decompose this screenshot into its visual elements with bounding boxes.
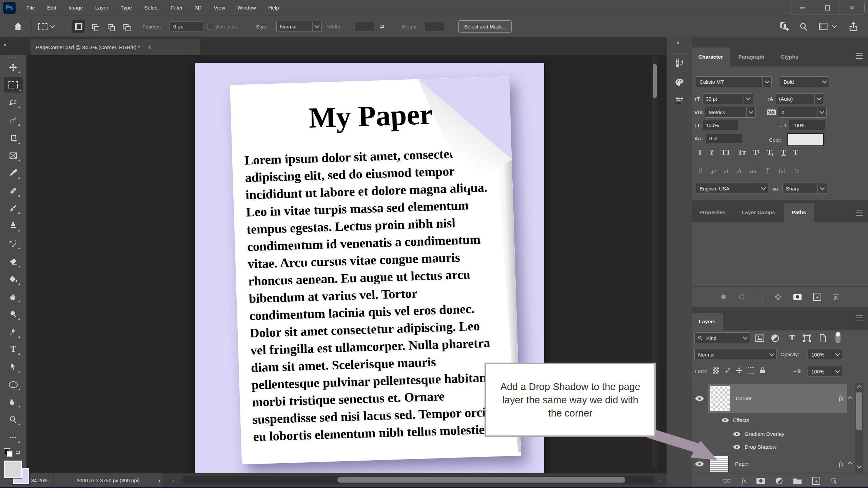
style-dropdown[interactable]: Normal [276,21,322,32]
toolbar-expand-icon[interactable]: » [3,41,6,48]
tab-glyphs[interactable]: Glyphs [773,47,806,66]
font-style-dropdown[interactable]: Bold [780,76,829,87]
zoom-level-field[interactable]: 34.26% [26,473,53,487]
layers-scrollbar[interactable] [855,383,863,474]
layer-row-corner[interactable]: Corner fx [692,384,855,413]
minimize-button[interactable] [790,1,815,15]
kerning-dropdown[interactable]: Metrics [705,107,756,118]
quick-selection-tool[interactable] [5,113,21,127]
crop-tool[interactable] [5,131,21,146]
layer-thumbnail-paper[interactable] [710,456,728,472]
intersect-selection-button[interactable] [119,20,132,33]
tab-properties[interactable]: Properties [692,203,733,222]
home-button[interactable] [14,16,22,37]
visibility-eye-icon[interactable] [733,445,741,449]
language-dropdown[interactable]: English: USA [696,183,768,194]
tab-paths[interactable]: Paths [784,203,814,222]
menu-filter[interactable]: Filter [171,5,182,11]
ligatures-button[interactable]: fi [698,167,702,175]
share-profile-button[interactable] [780,16,790,37]
tracking-dropdown[interactable]: 0 [778,107,827,118]
leading-dropdown[interactable]: (Auto) [775,93,824,104]
tool-preset[interactable] [38,16,54,37]
blend-mode-dropdown[interactable]: Normal [694,349,776,360]
vertical-scale-input[interactable]: 100% [702,120,739,130]
zoom-tool[interactable] [5,412,21,427]
collapse-effects-icon[interactable] [848,462,852,466]
search-button[interactable] [799,16,808,37]
dodge-tool[interactable] [5,307,21,322]
menu-type[interactable]: Type [121,5,132,11]
canvas-horizontal-scrollbar[interactable] [182,476,655,484]
new-layer-icon[interactable]: + [812,477,820,485]
history-brush-tool[interactable] [5,236,21,251]
underline-button[interactable]: T [781,148,786,156]
tab-close-icon[interactable]: × [147,44,151,51]
strip-grip[interactable] [673,53,687,54]
superscript-button[interactable]: T¹ [753,148,760,156]
status-menu-chevron[interactable]: › [159,473,160,487]
swatches-panel-button[interactable] [674,95,685,106]
delete-path-icon[interactable] [833,293,840,301]
lock-all-icon[interactable] [760,367,766,374]
foreground-color-swatch[interactable] [4,461,22,478]
collapse-effects-icon[interactable] [848,396,852,401]
panel-menu-icon[interactable] [856,53,863,59]
move-tool[interactable] [5,60,21,75]
pen-tool[interactable] [5,325,21,340]
discretionary-ligatures-button[interactable]: st [724,167,729,175]
lock-position-icon[interactable] [736,367,743,374]
horizontal-scale-input[interactable]: 100% [789,120,825,130]
ordinals-button[interactable]: 1st [778,167,785,175]
panel-menu-icon[interactable] [856,316,863,321]
toolbar-grip[interactable] [8,57,18,58]
horizontal-scroll-thumb[interactable] [337,477,625,483]
stroke-path-icon[interactable] [738,293,745,300]
scroll-up-icon[interactable] [857,385,862,390]
new-group-icon[interactable] [793,477,802,484]
link-layers-icon[interactable] [723,478,731,484]
menu-select[interactable]: Select [144,5,159,11]
add-to-selection-button[interactable] [88,20,101,33]
scroll-down-icon[interactable] [857,464,862,468]
visibility-eye-icon[interactable] [695,461,704,467]
menu-help[interactable]: Help [268,5,279,11]
layer-name[interactable]: Corner [736,395,839,402]
swash-button[interactable]: A [737,167,742,175]
load-selection-icon[interactable] [757,294,763,300]
swap-colors-icon[interactable]: ⇄ [16,449,20,456]
edit-toolbar-button[interactable]: ••• [5,430,21,445]
tab-layers[interactable]: Layers [692,313,723,330]
panel-menu-icon[interactable] [856,210,863,216]
lock-artboard-icon[interactable] [748,367,754,374]
fill-path-icon[interactable] [720,293,727,300]
adjustment-layer-icon[interactable] [775,477,783,485]
lock-pixels-icon[interactable] [724,367,731,374]
paint-bucket-tool[interactable] [5,272,21,287]
add-layer-mask-icon[interactable] [756,478,765,484]
healing-brush-tool[interactable] [5,183,21,198]
menu-3d[interactable]: 3D [195,5,202,11]
workspace-switcher[interactable] [818,16,836,37]
collapse-panels-icon[interactable]: « [676,39,679,46]
height-input[interactable] [425,21,444,32]
baseline-shift-input[interactable]: 0 pt [706,133,742,143]
color-panel-button[interactable] [674,77,685,88]
antialias-dropdown[interactable]: Sharp [782,183,827,194]
font-size-dropdown[interactable]: 30 pt [702,93,753,104]
scroll-right-arrow[interactable]: › [659,473,661,487]
faux-bold-button[interactable]: T [698,148,702,156]
visibility-eye-icon[interactable] [722,418,729,423]
stylistic-alternates-button[interactable]: aa [750,167,756,175]
scroll-left-arrow[interactable]: ‹ [172,473,174,487]
frame-tool[interactable] [5,148,21,163]
default-colors-icon[interactable] [4,448,10,454]
vertical-scroll-thumb[interactable] [653,64,657,98]
lock-transparency-icon[interactable] [713,367,719,374]
subscript-button[interactable]: T₁ [767,148,774,156]
smudge-tool[interactable] [5,289,21,304]
select-and-mask-button[interactable]: Select and Mask... [458,20,512,33]
fill-dropdown[interactable]: 100% [808,366,842,377]
menu-layer[interactable]: Layer [95,5,108,11]
subtract-selection-button[interactable] [104,20,117,33]
